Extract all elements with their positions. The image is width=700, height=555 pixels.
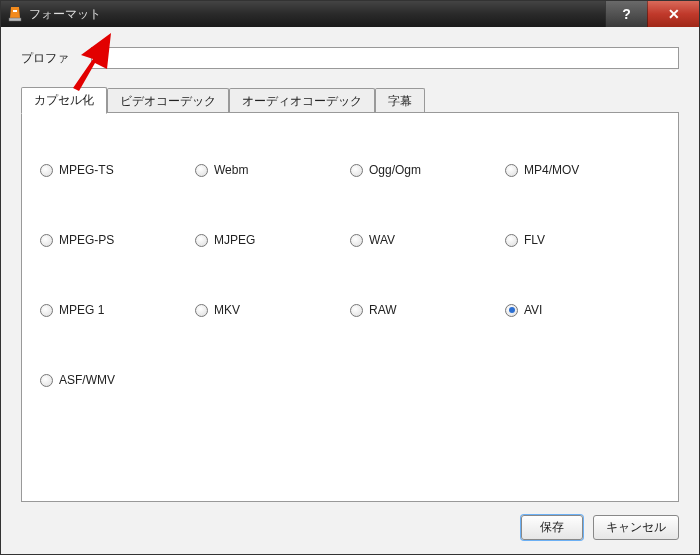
radio-icon bbox=[350, 234, 363, 247]
radio-icon bbox=[40, 234, 53, 247]
radio-icon bbox=[350, 304, 363, 317]
save-button[interactable]: 保存 bbox=[521, 515, 583, 540]
format-label: MKV bbox=[214, 303, 240, 317]
profile-label: プロファ bbox=[21, 50, 91, 67]
format-option[interactable]: FLV bbox=[505, 233, 660, 247]
format-option[interactable]: ASF/WMV bbox=[40, 373, 195, 387]
format-label: AVI bbox=[524, 303, 542, 317]
format-option[interactable]: MKV bbox=[195, 303, 350, 317]
dialog-buttons: 保存 キャンセル bbox=[521, 515, 679, 540]
tab-3[interactable]: 字幕 bbox=[375, 88, 425, 114]
radio-icon bbox=[195, 304, 208, 317]
svg-rect-1 bbox=[13, 10, 17, 12]
radio-icon bbox=[505, 234, 518, 247]
format-option[interactable]: WAV bbox=[350, 233, 505, 247]
format-option[interactable]: AVI bbox=[505, 303, 660, 317]
format-option[interactable]: MP4/MOV bbox=[505, 163, 660, 177]
tabs: カプセル化ビデオコーデックオーディオコーデック字幕 bbox=[21, 89, 679, 113]
format-label: Ogg/Ogm bbox=[369, 163, 421, 177]
profile-row: プロファ bbox=[21, 47, 679, 69]
window-title: フォーマット bbox=[29, 6, 605, 23]
tab-panel-encapsulation: MPEG-TSWebmOgg/OgmMP4/MOVMPEG-PSMJPEGWAV… bbox=[21, 112, 679, 502]
app-icon bbox=[7, 6, 23, 22]
radio-icon bbox=[505, 164, 518, 177]
format-radio-group: MPEG-TSWebmOgg/OgmMP4/MOVMPEG-PSMJPEGWAV… bbox=[40, 163, 660, 387]
format-option[interactable]: MPEG-TS bbox=[40, 163, 195, 177]
radio-icon bbox=[195, 164, 208, 177]
tab-2[interactable]: オーディオコーデック bbox=[229, 88, 375, 114]
format-option[interactable]: MPEG 1 bbox=[40, 303, 195, 317]
format-option[interactable]: Ogg/Ogm bbox=[350, 163, 505, 177]
tab-1[interactable]: ビデオコーデック bbox=[107, 88, 229, 114]
window-buttons: ? ✕ bbox=[605, 1, 699, 27]
format-label: FLV bbox=[524, 233, 545, 247]
format-label: RAW bbox=[369, 303, 397, 317]
tab-0[interactable]: カプセル化 bbox=[21, 87, 107, 114]
format-label: Webm bbox=[214, 163, 248, 177]
client-area: プロファ カプセル化ビデオコーデックオーディオコーデック字幕 MPEG-TSWe… bbox=[1, 27, 699, 554]
titlebar: フォーマット ? ✕ bbox=[1, 1, 699, 27]
radio-icon bbox=[350, 164, 363, 177]
svg-rect-2 bbox=[9, 18, 21, 21]
format-option[interactable]: RAW bbox=[350, 303, 505, 317]
format-label: MP4/MOV bbox=[524, 163, 579, 177]
format-option[interactable]: MPEG-PS bbox=[40, 233, 195, 247]
radio-icon bbox=[195, 234, 208, 247]
help-button[interactable]: ? bbox=[605, 1, 647, 27]
cancel-button[interactable]: キャンセル bbox=[593, 515, 679, 540]
radio-icon bbox=[505, 304, 518, 317]
format-option[interactable]: MJPEG bbox=[195, 233, 350, 247]
format-label: MPEG-TS bbox=[59, 163, 114, 177]
format-option[interactable]: Webm bbox=[195, 163, 350, 177]
radio-icon bbox=[40, 164, 53, 177]
radio-icon bbox=[40, 374, 53, 387]
close-button[interactable]: ✕ bbox=[647, 1, 699, 27]
format-label: MJPEG bbox=[214, 233, 255, 247]
radio-icon bbox=[40, 304, 53, 317]
svg-marker-0 bbox=[10, 7, 20, 18]
format-label: WAV bbox=[369, 233, 395, 247]
dialog-window: フォーマット ? ✕ プロファ カプセル化ビデオコーデックオーディオコーデック字… bbox=[0, 0, 700, 555]
format-label: MPEG-PS bbox=[59, 233, 114, 247]
profile-input[interactable] bbox=[91, 47, 679, 69]
format-label: MPEG 1 bbox=[59, 303, 104, 317]
format-label: ASF/WMV bbox=[59, 373, 115, 387]
